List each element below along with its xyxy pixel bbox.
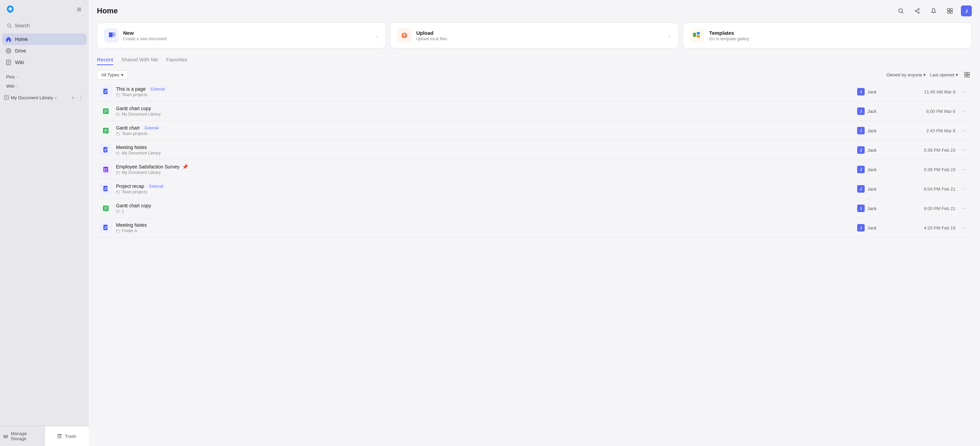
tab-favorites[interactable]: Favorites [166, 57, 187, 65]
owner-filter-label: Owned by anyone [886, 72, 922, 78]
wiki-nav-label: Wiki [15, 60, 24, 65]
templates-card-icon [690, 28, 704, 43]
sidebar-item-pins[interactable]: Pins › [3, 72, 85, 81]
home-label: Home [15, 37, 28, 42]
doc-info: Meeting Notes Folder A [116, 222, 857, 233]
tab-shared[interactable]: Shared With Me [121, 57, 158, 65]
doc-info: Gantt chart copy 1 [116, 203, 857, 214]
search-header-button[interactable] [896, 5, 906, 16]
view-toggle-button[interactable] [962, 70, 972, 79]
table-row[interactable]: Employee Satisfaction Survey 📌 My Docume… [97, 160, 972, 179]
wiki-section-chevron-icon: › [17, 84, 18, 88]
grid-header-button[interactable] [945, 5, 955, 16]
doc-owner: J Jack [857, 127, 905, 134]
search-button[interactable]: Search [3, 21, 85, 31]
folder-icon [116, 170, 120, 175]
doc-path-label: 1 [122, 209, 124, 214]
owner-name: Jack [867, 206, 877, 211]
doc-more-button[interactable]: ··· [959, 147, 969, 153]
svg-rect-42 [697, 35, 700, 38]
all-types-filter[interactable]: All Types ▾ [97, 70, 128, 79]
user-avatar[interactable]: J [961, 5, 972, 16]
manage-storage-button[interactable]: Manage Storage [0, 426, 45, 446]
doc-owner: J Jack [857, 224, 905, 232]
templates-card-subtitle: Go to template gallery [709, 37, 965, 41]
doc-type-icon [100, 202, 112, 214]
app-logo [5, 4, 16, 15]
view-grid-icon [964, 72, 970, 78]
pin-icon: 📌 [182, 164, 188, 170]
doc-type-icon [100, 105, 112, 117]
doc-more-button[interactable]: ··· [959, 127, 969, 134]
sidebar-collapse-button[interactable] [75, 5, 84, 14]
doc-more-button[interactable]: ··· [959, 186, 969, 192]
table-row[interactable]: Gantt chart copy 1 J Jack 6:00 PM Feb 21… [97, 199, 972, 218]
bell-header-button[interactable] [928, 5, 939, 16]
sidebar-item-doc-library[interactable]: My Document Library › + ⋮ [2, 92, 88, 103]
svg-line-29 [916, 11, 918, 12]
owner-name: Jack [867, 167, 877, 172]
folder-icon [116, 151, 120, 155]
owner-filter[interactable]: Owned by anyone ▾ [886, 72, 926, 78]
tab-recent[interactable]: Recent [97, 57, 113, 65]
svg-point-72 [104, 170, 105, 170]
sidebar-item-drive[interactable]: Drive [2, 45, 87, 57]
templates-card[interactable]: Templates Go to template gallery [683, 22, 972, 48]
manage-storage-label: Manage Storage [11, 431, 41, 441]
upload-icon [400, 32, 409, 40]
new-document-card[interactable]: New Create a new document ⌄ [97, 22, 386, 48]
svg-point-5 [6, 48, 11, 53]
table-row[interactable]: Meeting Notes My Document Library J Jack… [97, 140, 972, 160]
sidebar-item-wiki[interactable]: Wiki [2, 57, 87, 68]
doc-type-icon [100, 222, 112, 234]
doc-more-button[interactable]: ··· [959, 89, 969, 95]
home-icon [5, 36, 11, 42]
folder-icon [116, 132, 120, 136]
wiki-icon [5, 59, 11, 65]
upload-card[interactable]: Upload Upload local files ⌄ [390, 22, 679, 48]
sidebar-item-wiki-section[interactable]: Wiki › [3, 81, 85, 91]
folder-icon [116, 210, 120, 213]
manage-storage-icon [3, 434, 8, 439]
all-types-chevron-icon: ▾ [121, 72, 124, 78]
folder-icon [116, 229, 120, 233]
doc-path-label: Team projects [122, 131, 147, 136]
table-row[interactable]: Gantt chart copy My Document Library J J… [97, 102, 972, 121]
new-card-title: New [123, 30, 370, 36]
upload-card-subtitle: Upload local files [416, 37, 663, 41]
doc-owner: J Jack [857, 205, 905, 212]
svg-rect-88 [103, 225, 108, 230]
owner-avatar: J [857, 146, 865, 154]
doc-path-label: Folder A [122, 229, 137, 233]
doc-more-button[interactable]: ··· [959, 108, 969, 114]
sort-filter[interactable]: Last opened ▾ [930, 72, 958, 78]
trash-label: Trash [65, 434, 76, 439]
svg-rect-0 [77, 8, 81, 8]
header-actions: J [896, 5, 972, 16]
svg-line-4 [10, 27, 11, 28]
trash-icon [57, 434, 62, 439]
doc-library-more-button[interactable]: ⋮ [77, 94, 84, 101]
doc-more-button[interactable]: ··· [959, 225, 969, 231]
doc-name: Meeting Notes [116, 144, 147, 150]
table-row[interactable]: This is a page External Team projects J … [97, 82, 972, 102]
owner-avatar: J [857, 224, 865, 232]
sidebar-item-home[interactable]: Home [2, 33, 87, 45]
svg-rect-77 [103, 186, 108, 191]
grid-icon [947, 8, 953, 14]
svg-rect-41 [697, 32, 700, 35]
owner-avatar: J [857, 185, 865, 193]
doc-library-add-button[interactable]: + [70, 94, 76, 101]
svg-rect-46 [967, 75, 969, 77]
share-header-button[interactable] [912, 5, 923, 16]
doc-time: 6:00 PM Feb 21 [905, 206, 959, 211]
table-row[interactable]: Gantt chart External Team projects J Jac… [97, 121, 972, 140]
upload-card-icon [397, 28, 412, 43]
doc-more-button[interactable]: ··· [959, 167, 969, 173]
doc-time: 5:39 PM Feb 23 [905, 148, 959, 153]
doc-more-button[interactable]: ··· [959, 205, 969, 211]
table-row[interactable]: Project recap External Team projects J J… [97, 179, 972, 199]
svg-rect-2 [77, 11, 81, 11]
trash-button[interactable]: Trash [45, 426, 89, 446]
table-row[interactable]: Meeting Notes Folder A J Jack 4:20 PM Fe… [97, 218, 972, 238]
